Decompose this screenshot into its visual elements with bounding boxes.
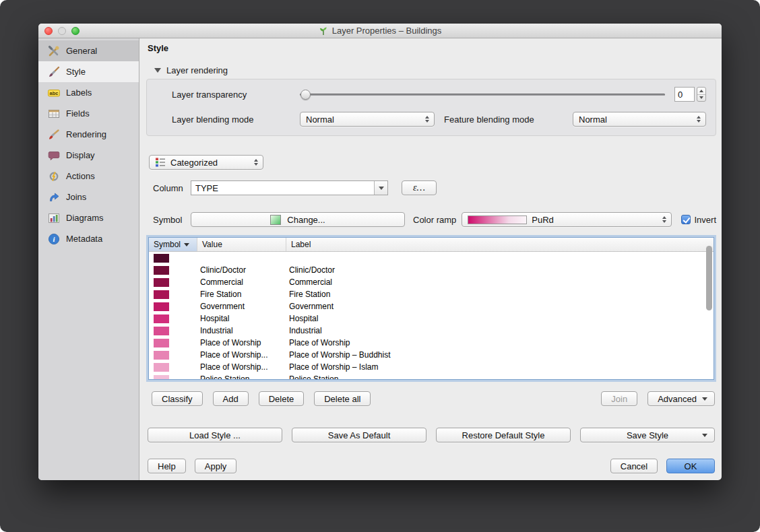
combo-dropdown-icon[interactable] (374, 181, 387, 195)
category-label: Commercial (286, 277, 714, 287)
category-color-swatch[interactable] (154, 266, 169, 275)
table-row[interactable] (149, 252, 714, 264)
transparency-row: Layer transparency (172, 87, 706, 102)
minimize-button (58, 27, 66, 35)
window-title-group: Layer Properties – Buildings (319, 26, 442, 36)
table-row[interactable]: Place of Worship...Place of Worship – Bu… (149, 349, 714, 361)
page-title: Style (148, 43, 716, 53)
vertical-scrollbar[interactable] (706, 246, 712, 310)
renderer-select[interactable]: Categorized (149, 155, 263, 170)
svg-text:abc: abc (50, 90, 59, 96)
category-value: Place of Worship... (197, 362, 286, 372)
slider-knob[interactable] (300, 90, 311, 100)
layer-rendering-label: Layer rendering (166, 65, 228, 75)
value-column-header[interactable]: Value (197, 238, 286, 251)
window-title: Layer Properties – Buildings (332, 26, 442, 36)
table-row[interactable]: Fire StationFire Station (149, 288, 714, 300)
category-value: Hospital (197, 314, 286, 323)
layer-properties-window: Layer Properties – Buildings GeneralStyl… (38, 24, 722, 480)
category-symbol-cell (149, 254, 197, 263)
delete-all-button[interactable]: Delete all (314, 391, 371, 406)
advanced-button[interactable]: Advanced (647, 391, 715, 406)
table-row[interactable]: CommercialCommercial (149, 276, 714, 288)
category-color-swatch[interactable] (154, 302, 169, 311)
save-as-default-button[interactable]: Save As Default (292, 428, 426, 442)
stepper-up-icon[interactable] (697, 88, 705, 95)
table-row[interactable]: Clinic/DoctorClinic/Doctor (149, 264, 714, 276)
column-combobox[interactable]: TYPE (191, 180, 388, 195)
expression-builder-button[interactable]: ε… (402, 180, 437, 195)
sidebar-item-general[interactable]: General (38, 40, 139, 61)
category-color-swatch[interactable] (154, 278, 169, 287)
category-color-swatch[interactable] (154, 339, 169, 347)
sidebar-item-label: Fields (66, 108, 90, 119)
zoom-button[interactable] (71, 27, 80, 35)
sidebar-item-actions[interactable]: Actions (38, 166, 139, 187)
category-value: Industrial (197, 326, 286, 335)
table-row[interactable]: GovernmentGovernment (149, 300, 714, 312)
sidebar-item-label: Diagrams (66, 213, 104, 223)
sidebar-item-fields[interactable]: Fields (38, 103, 139, 124)
save-style-button[interactable]: Save Style (580, 428, 715, 442)
sidebar-item-display[interactable]: Display (38, 145, 139, 166)
restore-default-style-button[interactable]: Restore Default Style (436, 428, 571, 442)
layer-rendering-disclosure[interactable]: Layer rendering (154, 65, 716, 75)
category-color-swatch[interactable] (154, 375, 169, 380)
label-column-header[interactable]: Label (286, 238, 714, 251)
layer-blending-label: Layer blending mode (172, 114, 300, 125)
titlebar[interactable]: Layer Properties – Buildings (38, 24, 722, 38)
sidebar: GeneralStyleabcLabelsFieldsRenderingDisp… (38, 38, 139, 480)
joins-icon (47, 191, 61, 204)
classify-button[interactable]: Classify (152, 391, 203, 406)
sidebar-item-rendering[interactable]: Rendering (38, 124, 139, 145)
add-button[interactable]: Add (213, 391, 249, 406)
category-color-swatch[interactable] (154, 314, 169, 323)
category-color-swatch[interactable] (154, 363, 169, 372)
category-label: Place of Worship – Islam (286, 362, 714, 372)
labels-icon: abc (47, 86, 61, 100)
style-file-actions-row: Load Style ... Save As Default Restore D… (146, 428, 716, 442)
transparency-stepper[interactable] (697, 87, 706, 102)
feature-blending-value: Normal (579, 114, 607, 125)
sidebar-item-label: Display (66, 150, 95, 160)
table-row[interactable]: IndustrialIndustrial (149, 325, 714, 337)
invert-label: Invert (694, 215, 716, 225)
symbol-column-header[interactable]: Symbol (149, 238, 197, 251)
ok-button[interactable]: OK (666, 459, 715, 473)
category-color-swatch[interactable] (154, 290, 169, 299)
category-color-swatch[interactable] (154, 327, 169, 335)
load-style-button[interactable]: Load Style ... (148, 428, 282, 442)
close-button[interactable] (44, 27, 53, 35)
sidebar-item-style[interactable]: Style (38, 61, 139, 82)
layer-blending-select[interactable]: Normal (300, 112, 435, 127)
transparency-value-input[interactable] (674, 87, 695, 102)
help-button[interactable]: Help (148, 459, 186, 473)
feature-blending-label: Feature blending mode (444, 114, 534, 125)
stepper-down-icon[interactable] (697, 95, 705, 102)
category-label: Place of Worship (286, 338, 714, 347)
feature-blending-select[interactable]: Normal (573, 112, 706, 127)
color-ramp-select[interactable]: PuRd (462, 212, 672, 227)
select-arrows-icon (425, 116, 429, 123)
symbol-preview-swatch (270, 215, 281, 225)
sidebar-item-diagrams[interactable]: Diagrams (38, 207, 139, 228)
category-value: Place of Worship... (197, 350, 286, 360)
category-color-swatch[interactable] (154, 351, 169, 360)
table-row[interactable]: HospitalHospital (149, 312, 714, 325)
cancel-button[interactable]: Cancel (610, 459, 658, 473)
symbol-change-button[interactable]: Change... (191, 212, 405, 227)
apply-button[interactable]: Apply (195, 459, 237, 473)
delete-button[interactable]: Delete (259, 391, 305, 406)
transparency-slider[interactable] (300, 90, 665, 100)
invert-checkbox[interactable] (681, 215, 691, 224)
sidebar-item-labels[interactable]: abcLabels (38, 82, 139, 103)
sidebar-item-joins[interactable]: Joins (38, 187, 139, 207)
sidebar-item-metadata[interactable]: iMetadata (38, 228, 139, 249)
category-label: Fire Station (286, 290, 714, 299)
categories-table[interactable]: Symbol Value Label Clinic/DoctorClinic/D… (148, 237, 714, 380)
layer-rendering-panel: Layer transparency Layer blending mode (146, 79, 716, 136)
category-color-swatch[interactable] (154, 254, 169, 263)
table-row[interactable]: Police StationPolice Station (149, 373, 714, 380)
table-row[interactable]: Place of Worship...Place of Worship – Is… (149, 361, 714, 373)
table-row[interactable]: Place of WorshipPlace of Worship (149, 337, 714, 349)
